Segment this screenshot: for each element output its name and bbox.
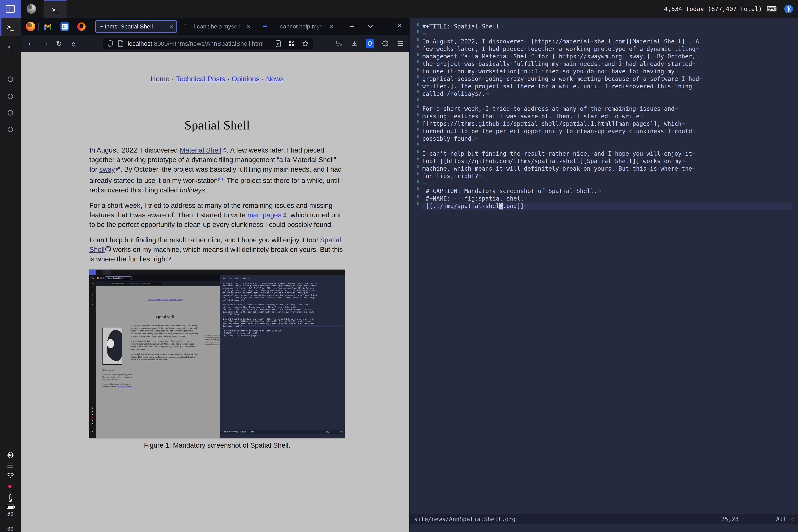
external-link-icon (281, 212, 287, 217)
thermometer-icon (0, 494, 21, 502)
system-top-bar: >_ 4,534 today (677,407 total) ⌨ (0, 0, 798, 18)
reader-mode-icon[interactable] (275, 40, 281, 48)
extensions-puzzle-icon[interactable] (382, 40, 389, 47)
pocket-icon[interactable] (336, 40, 343, 47)
paragraph-text: In August, 2022, I discovered (89, 146, 180, 154)
mini-sidebar: >_ >_ (89, 276, 96, 438)
reload-button[interactable]: ↻ (53, 35, 65, 52)
github-icon (104, 246, 111, 252)
tab-2[interactable]: i can't help myself - Tra × (181, 20, 257, 33)
window-close-button[interactable]: × (397, 21, 402, 30)
editor-line: written.].·The·project·sat·there·for·a·w… (422, 83, 792, 90)
editor-line: ¬ (422, 180, 792, 187)
firefox-menu-icon[interactable] (26, 22, 35, 31)
workspace-circle-3[interactable] (8, 110, 13, 116)
tab-separator (38, 22, 39, 31)
editor-line: called·/holidays/.¬ (422, 90, 792, 98)
mini-top-bar (89, 270, 345, 276)
tab-title: i cannot help myself bu (277, 23, 327, 30)
shield-icon[interactable] (107, 40, 113, 47)
text-cursor: l (499, 203, 503, 209)
cpu-icon (0, 451, 21, 458)
editor-line: ¬ (422, 30, 792, 38)
editor-line: [[https://lthms.github.io/spatial-shell/… (223, 308, 343, 310)
tab-active[interactable]: ~lthms: Spatial Shell × (95, 20, 177, 33)
mini-email-link: shoot me an email (117, 386, 132, 388)
web-page: Home·Technical Posts·Opinions·News Spati… (21, 52, 409, 532)
volume-muted-icon (0, 483, 21, 490)
firefox-icon (26, 4, 36, 14)
editor-buffer[interactable]: #+TITLE:·Spatial·Shell¬¬In·August,·2022,… (422, 23, 792, 210)
workspace-sidebar: >_ >_ 80 00 36 (0, 18, 21, 532)
url-bar[interactable]: localhost:8000/~lthms/news/AnnSpatialShe… (103, 38, 313, 50)
external-link-icon (221, 148, 227, 153)
page-info-icon[interactable] (118, 40, 124, 47)
nav-link-news[interactable]: News (266, 75, 284, 83)
home-button[interactable]: ⌂ (68, 35, 79, 52)
mini-page: Home · Technical Posts · Opinions · News… (96, 286, 220, 438)
menu-hamburger-icon[interactable] (397, 41, 404, 46)
editor-line: ¬ (422, 98, 792, 105)
editor-line: written.].·The·project·sat·there·for·a·w… (223, 296, 343, 299)
pinned-tab-gmail[interactable] (44, 22, 52, 31)
workspace-item-terminal-active[interactable]: >_ (0, 18, 21, 36)
forward-button[interactable]: → (39, 35, 50, 52)
paragraph-text: I can’t help but finding the result rath… (89, 236, 320, 244)
page-link[interactable]: Material Shell (180, 146, 221, 154)
taskbar-app-terminal-active[interactable]: >_ (44, 0, 66, 18)
pinned-tab-calendar[interactable]: 24 (60, 22, 69, 31)
editor-line: ·#+CAPTION:·Mandatory·screenshot·of·Spat… (223, 329, 343, 332)
workspace-circle-1[interactable] (8, 76, 13, 82)
nav-link-home[interactable]: Home (151, 75, 170, 83)
mini-workspace-tile (89, 270, 96, 276)
editor-line: ¬ (223, 327, 343, 329)
git-gutter-added (417, 23, 419, 210)
editor-line: fun·lies,·right?¬ (422, 172, 792, 180)
page-link[interactable]: man pages (247, 211, 281, 219)
editor-line: the·project·was·basically·fulfilling·my·… (223, 289, 343, 291)
bitwarden-icon[interactable] (366, 39, 374, 49)
download-icon[interactable] (351, 40, 358, 47)
terminal-editor-window[interactable]: #+TITLE:·Spatial·Shell¬¬In·August,·2022,… (409, 18, 798, 532)
editor-line: called·/holidays/.¬ (223, 299, 343, 301)
taskbar-app-firefox[interactable] (21, 0, 42, 18)
footnote-ref[interactable]: (α) (218, 177, 223, 181)
workspace-indicator[interactable] (0, 0, 21, 18)
page-link[interactable]: sway (99, 166, 115, 173)
tab-close-icon[interactable]: × (247, 23, 251, 30)
editor-line: ¬ (422, 142, 792, 150)
screenshot-grid-icon[interactable] (288, 40, 295, 47)
workspace-circle-4[interactable] (8, 127, 13, 132)
editor-line: For·a·short·week,·I·tried·to·address·at·… (223, 303, 343, 306)
mini-editor: #+TITLE:·Spatial·Shell¬¬In·August,·2022,… (220, 276, 345, 438)
article-paragraph: In August, 2022, I discovered Material S… (89, 146, 345, 195)
tab-close-icon[interactable]: × (329, 23, 333, 30)
editor-line: ·[[../img/spatial-shell.png]]¬ (422, 203, 792, 210)
new-tab-button[interactable]: + (349, 22, 354, 31)
mini-title: Spatial Shell (131, 315, 199, 319)
mini-nav: Home · Technical Posts · Opinions · News (131, 299, 199, 301)
page-title: Spatial Shell (89, 118, 345, 133)
statusline-filename: site/news/AnnSpatialShell.org (414, 516, 516, 522)
editor-line: few·weeks·later,·I·had·pieced·together·a… (223, 285, 343, 287)
workspace-circle-2[interactable] (8, 94, 13, 99)
url-field[interactable]: localhost:8000/~lthms/news/AnnSpatialShe… (128, 40, 275, 47)
workspace-item-terminal[interactable]: >_ (0, 39, 21, 54)
editor-line: ·#+CAPTION:·Mandatory·screenshot·of·Spat… (422, 187, 792, 195)
bluetooth-icon[interactable] (784, 4, 793, 13)
mini-terminal-tile (103, 270, 111, 276)
bookmark-star-icon[interactable] (302, 40, 309, 47)
pinned-tab-grafana[interactable] (77, 22, 86, 31)
article-paragraph: For a short week, I tried to address at … (89, 201, 345, 229)
tab-close-icon[interactable]: × (169, 23, 173, 30)
nav-link-opinions[interactable]: Opinions (232, 75, 260, 83)
nav-link-technical-posts[interactable]: Technical Posts (176, 75, 225, 83)
back-button[interactable]: ← (25, 35, 37, 52)
editor-line: I·can’t·help·but·finding·the·result·rath… (422, 150, 792, 157)
external-link-icon (115, 167, 120, 172)
tab-3[interactable]: i cannot help myself bu × (264, 20, 341, 33)
tab-list-chevron-icon[interactable] (367, 24, 374, 29)
keyboard-icon: ⌨ (767, 5, 777, 13)
google-icon (267, 23, 274, 30)
editor-statusline: site/news/AnnSpatialShell.org 25,23 All … (410, 514, 798, 524)
